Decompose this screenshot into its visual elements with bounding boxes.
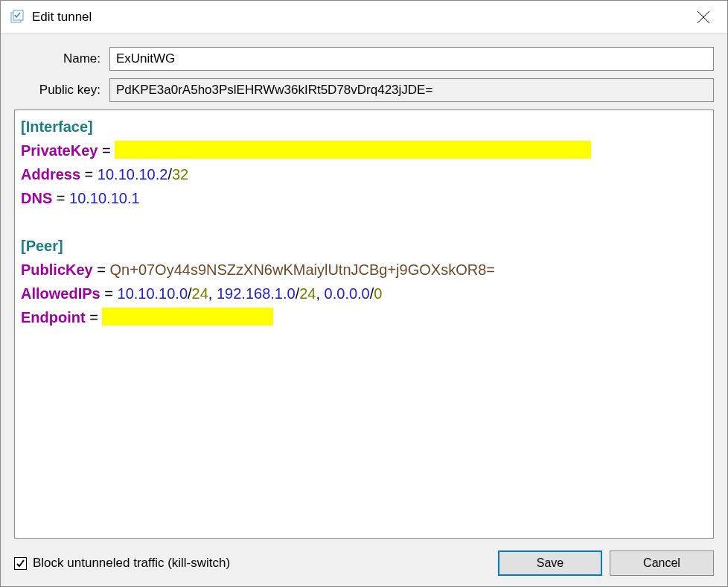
equals-sign: = <box>89 309 102 326</box>
address-ip: 10.10.10.2 <box>98 166 168 183</box>
app-icon <box>10 10 25 25</box>
checkbox-box <box>14 557 27 570</box>
equals-sign: = <box>85 166 98 183</box>
dns-ip: 10.10.10.1 <box>69 190 140 206</box>
button-group: Save Cancel <box>498 550 714 576</box>
equals-sign: = <box>104 285 117 302</box>
private-key-redacted <box>115 141 591 159</box>
public-key-row: Public key: <box>14 78 714 102</box>
allowed-ips-label: AllowedIPs <box>21 285 100 302</box>
equals-sign: = <box>57 190 69 206</box>
name-row: Name: <box>14 47 714 71</box>
dns-label: DNS <box>21 190 52 206</box>
allowed-ip-1: 10.10.10.0 <box>118 285 188 302</box>
address-mask: 32 <box>172 166 188 183</box>
close-icon <box>697 10 710 24</box>
checkmark-icon <box>16 559 25 568</box>
endpoint-redacted <box>102 308 273 326</box>
kill-switch-checkbox[interactable]: Block untunneled traffic (kill-switch) <box>14 556 230 571</box>
allowed-mask-3: 0 <box>374 285 382 302</box>
peer-section-header: [Peer] <box>21 238 63 254</box>
allowed-mask-2: 24 <box>299 285 316 302</box>
titlebar: Edit tunnel <box>1 1 727 34</box>
allowed-mask-1: 24 <box>192 285 208 302</box>
equals-sign: = <box>102 142 115 159</box>
footer: Block untunneled traffic (kill-switch) S… <box>14 550 714 576</box>
save-button[interactable]: Save <box>498 550 602 576</box>
equals-sign: = <box>97 261 109 278</box>
allowed-ip-2: 192.168.1.0 <box>217 285 296 302</box>
edit-tunnel-dialog: Edit tunnel Name: Public key: [Interface… <box>0 0 728 587</box>
peer-public-key-label: PublicKey <box>21 261 93 278</box>
private-key-label: PrivateKey <box>21 142 98 159</box>
interface-section-header: [Interface] <box>21 118 93 135</box>
allowed-ip-3: 0.0.0.0 <box>325 285 370 302</box>
cancel-button[interactable]: Cancel <box>610 550 714 576</box>
name-label: Name: <box>14 51 109 66</box>
public-key-label: Public key: <box>14 83 109 98</box>
public-key-input <box>109 78 714 102</box>
kill-switch-label: Block untunneled traffic (kill-switch) <box>33 556 230 571</box>
address-label: Address <box>21 166 80 183</box>
config-textarea[interactable]: [Interface] PrivateKey = Address = 10.10… <box>14 110 714 539</box>
endpoint-label: Endpoint <box>21 309 86 326</box>
dialog-body: Name: Public key: [Interface] PrivateKey… <box>1 34 727 586</box>
close-button[interactable] <box>689 2 718 32</box>
peer-public-key-value: Qn+07Oy44s9NSZzXN6wKMaiylUtnJCBg+j9GOXsk… <box>110 261 495 278</box>
window-title: Edit tunnel <box>32 10 689 25</box>
name-input[interactable] <box>109 47 714 71</box>
